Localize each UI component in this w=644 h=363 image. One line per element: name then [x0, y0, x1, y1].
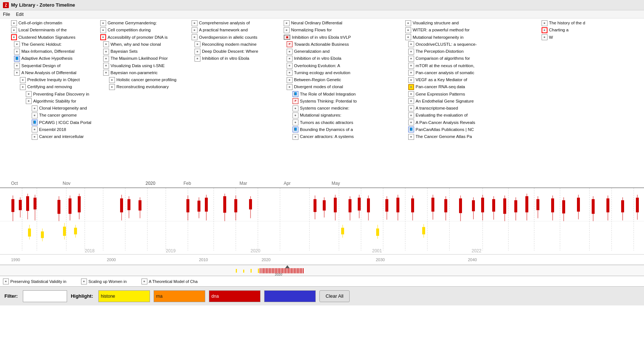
list-item[interactable]: ■ When, why and how clonal [100, 41, 185, 48]
paper-icon: ■ [81, 279, 87, 284]
svg-rect-139 [260, 268, 260, 273]
list-item[interactable]: ■ Certifying and removing [11, 84, 107, 90]
list-item[interactable]: 📘 Adaptive Active Hypothesis [11, 55, 107, 62]
list-item[interactable]: ■ OncodriveCLUSTL: a sequence- [405, 41, 531, 48]
list-item[interactable]: ■ Scaling up Women in [81, 279, 127, 284]
menu-file[interactable]: File [3, 12, 10, 17]
list-item[interactable]: ■ Visualizing Data using t-SNE [100, 63, 185, 69]
svg-rect-65 [186, 199, 189, 212]
list-item[interactable]: ■ A practical framework and [192, 27, 273, 33]
list-item[interactable]: ■ Normalizing Flows for [284, 27, 379, 33]
svg-rect-91 [376, 228, 379, 236]
list-item[interactable]: ■ Pan-cancer analysis of somatic [405, 70, 531, 76]
list-item[interactable]: ■ Divergent modes of clonal [284, 84, 379, 90]
paper-icon: ■ [100, 20, 106, 26]
list-item[interactable]: ■ Gene Expression Patterns [405, 91, 531, 97]
list-item[interactable]: ■ WITER: a powerful method for [405, 27, 531, 33]
list-item[interactable]: ■ Between-Region Genetic [284, 77, 379, 83]
filter-input[interactable] [23, 290, 67, 302]
book-icon: 📘 [408, 127, 414, 132]
svg-rect-53 [69, 198, 71, 214]
highlight-input-3[interactable] [209, 290, 260, 302]
list-item[interactable]: ■ Clustered Mutation Signatures [11, 34, 107, 41]
list-item[interactable]: 📘 The Role of Model Integration [284, 91, 379, 97]
list-item[interactable]: ■ Reconstructing evolutionary [100, 84, 185, 90]
list-item[interactable]: ■ Mutational signatures: [284, 112, 379, 118]
list-item[interactable]: ■ Reconciling modern machine [192, 41, 273, 48]
list-item[interactable]: ■ Holistic cancer genome profiling [100, 77, 185, 83]
list-item[interactable]: ■ Systems cancer medicine: [284, 105, 379, 111]
list-item[interactable]: ■ Preserving Statistical Validity in [3, 279, 66, 284]
list-item[interactable]: 📘 Bounding the Dynamics of a [284, 127, 379, 133]
list-item[interactable]: ■ Cell competition during [100, 27, 185, 33]
list-item[interactable]: ■ Max-Information, Differential [11, 48, 107, 55]
list-item[interactable]: ■ Cancer and intercellular [11, 134, 107, 140]
clear-all-button[interactable]: Clear All [319, 290, 350, 302]
list-item[interactable]: ■ Inhibition of in vitro Ebola [284, 55, 379, 62]
menu-edit[interactable]: Edit [16, 12, 24, 17]
list-item[interactable]: ■ Bayesian Sets [100, 48, 185, 55]
list-item[interactable]: ■ A New Analysis of Differential [11, 70, 107, 76]
svg-rect-141 [263, 268, 264, 273]
highlight-input-2[interactable] [154, 290, 205, 302]
list-item[interactable]: ■ Neural Ordinary Differential [284, 20, 379, 26]
svg-rect-71 [223, 196, 226, 213]
list-item[interactable]: ■ Algorithmic Stability for [11, 98, 107, 104]
list-item[interactable]: ■ Cell-of-origin chromatin [11, 20, 107, 26]
list-item[interactable]: P Systems Thinking: Potential to [284, 98, 379, 104]
list-item[interactable]: ■ Generalization and [284, 48, 379, 55]
list-item[interactable]: ■ The Generic Holdout: [11, 41, 107, 48]
list-item[interactable]: ■ Predictive Inequity in Object [11, 77, 107, 83]
list-item[interactable]: ■ An Endothelial Gene Signature [405, 98, 531, 104]
svg-rect-155 [284, 268, 284, 273]
list-item[interactable]: ■ The Cancer Genome Atlas Pa [405, 134, 531, 140]
paper-icon: ■ [408, 113, 414, 118]
list-item[interactable]: ■ Bayesian non-parametric [100, 70, 185, 76]
list-item[interactable]: ■ A Pan-Cancer Analysis Reveals [405, 120, 531, 126]
list-item[interactable]: ■ Evaluating the evaluation of [405, 112, 531, 118]
list-item[interactable]: ■ mTOR at the nexus of nutrition, [405, 63, 531, 69]
svg-rect-75 [249, 199, 252, 210]
paper-icon: ■ [293, 120, 298, 125]
list-item[interactable]: ■ Preventing False Discovery in [11, 91, 107, 97]
list-item[interactable]: ■ Local Determinants of the [11, 27, 107, 33]
list-item[interactable]: ■ Inhibition of in vitro Ebola [192, 55, 273, 62]
highlight-input-1[interactable] [98, 290, 150, 302]
list-item[interactable]: ■ Visualizing structure and [405, 20, 531, 26]
list-item[interactable]: ■ Overdispersion in allelic counts [192, 34, 273, 41]
list-item[interactable]: ■ Charting a [542, 27, 615, 33]
list-item[interactable]: ■ Tumors as chaotic attractors [284, 120, 379, 126]
list-item[interactable]: ■ Cancer attractors: A systems [284, 134, 379, 140]
list-item[interactable]: ■ Ensembl 2018 [11, 127, 107, 133]
items-col3: ■ Comprehensive analysis of ■ A practica… [192, 18, 273, 62]
list-item[interactable]: P Towards Actionable Business [284, 41, 379, 48]
list-item[interactable]: 📘 PanCanAtlas Publications | NC [405, 127, 531, 133]
list-item[interactable]: ■ Turning ecology and evolution [284, 70, 379, 76]
list-item[interactable]: 📘 PCAWG | ICGC Data Portal [11, 120, 107, 126]
mini-timeline[interactable]: 2020 [0, 265, 644, 276]
list-item[interactable]: ■ Comparison of algorithms for [405, 55, 531, 62]
paper-icon: ■ [192, 20, 197, 26]
list-item[interactable]: ■ Genome Gerrymandering: [100, 20, 185, 26]
list-item[interactable]: ■ The Maximum Likelihood Prior [100, 55, 185, 62]
list-item[interactable]: ■ Mutational heterogeneity in [405, 34, 531, 41]
list-item[interactable]: ■ Sequential Design of [11, 63, 107, 69]
svg-rect-166 [300, 268, 301, 273]
list-item[interactable]: ■ W [542, 34, 615, 41]
paper-icon: ■ [11, 27, 17, 33]
list-item[interactable]: ■ The cancer genome [11, 112, 107, 118]
list-item[interactable]: ■ A transcriptome-based [405, 105, 531, 111]
list-item[interactable]: ■ Pan-cancer RNA-seq data [405, 84, 531, 90]
list-item[interactable]: ■ Accessibility of promoter DNA is [100, 34, 185, 41]
list-item[interactable]: ■ A Theoretical Model of Cha [141, 279, 197, 284]
zotero-icon: Z [3, 2, 9, 8]
list-item[interactable]: ■ Clonal Heterogeneity and [11, 105, 107, 111]
list-item[interactable]: ■ Comprehensive analysis of [192, 20, 273, 26]
list-item[interactable]: ■ The Perception-Distortion [405, 48, 531, 55]
list-item[interactable]: ■ Overlooking Evolution: A [284, 63, 379, 69]
highlight-input-4[interactable] [264, 290, 316, 302]
list-item[interactable]: ▣ Inhibition of in vitro Ebola trVLP [284, 34, 379, 41]
list-item[interactable]: ■ VEGF as a Key Mediator of [405, 77, 531, 83]
list-item[interactable]: ■ The history of the d [542, 20, 615, 26]
list-item[interactable]: ■ Deep Double Descent: Where [192, 48, 273, 55]
